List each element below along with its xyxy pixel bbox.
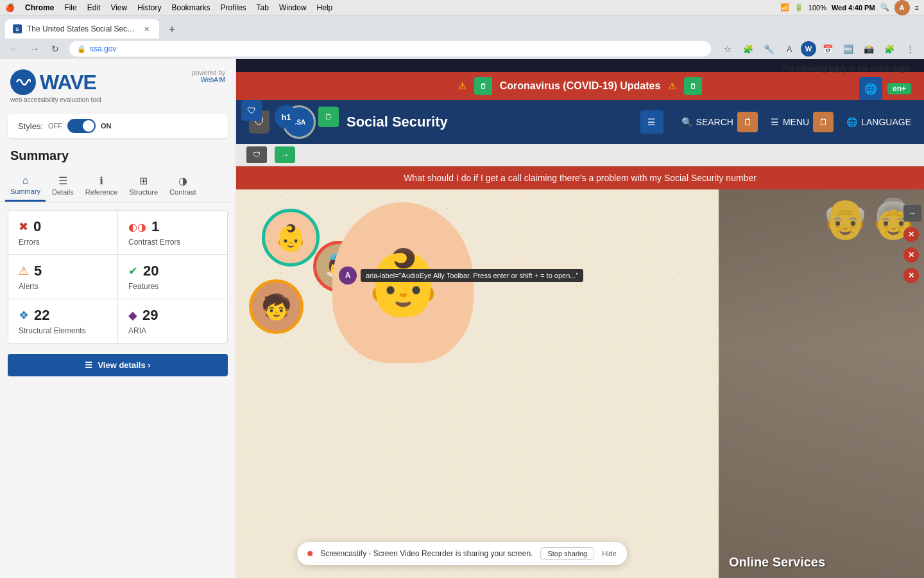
globe-badge: 🌐 — [859, 77, 882, 100]
bookmark-star-button[interactable]: ☆ — [719, 40, 737, 58]
menu-edit[interactable]: Edit — [87, 3, 101, 12]
menu-label: MENU — [783, 117, 809, 127]
menu-icon: ☰ — [771, 117, 779, 127]
online-services-label: Online Services — [729, 555, 825, 570]
translate-extension-button[interactable]: 🔤 — [839, 40, 857, 58]
language-globe-icon: 🌐 — [846, 117, 857, 127]
menu-profiles[interactable]: Profiles — [221, 3, 246, 12]
menu-tab[interactable]: Tab — [257, 3, 269, 12]
menu-view[interactable]: View — [110, 3, 127, 12]
tab-contrast[interactable]: ◑ Contrast — [164, 171, 201, 202]
stat-features-header: ✔ 20 — [128, 263, 217, 279]
more-button[interactable]: ⋮ — [901, 40, 919, 58]
menu-bookmarks[interactable]: Bookmarks — [172, 3, 210, 12]
webaim-link[interactable]: WebAIM — [201, 76, 225, 83]
recording-dot — [307, 551, 312, 556]
stat-contrast-header: ◐◑ 1 — [128, 218, 217, 235]
styles-bar: Styles: OFF ON — [8, 114, 228, 138]
styles-label: Styles: — [18, 121, 43, 131]
aria-count: 29 — [142, 307, 158, 324]
active-tab[interactable]: S The United States Social Secu... ✕ — [5, 19, 159, 39]
tab-reference[interactable]: ℹ Reference — [80, 171, 123, 202]
view-details-icon: ☰ — [85, 360, 92, 370]
screenshot-extension-button[interactable]: 📸 — [860, 40, 878, 58]
extension-puzzle-button[interactable]: 🧩 — [739, 40, 757, 58]
app-name[interactable]: Chrome — [25, 3, 54, 12]
wave-extension-button[interactable]: W — [801, 41, 816, 57]
error-label: Errors — [19, 238, 107, 247]
stop-sharing-button[interactable]: Stop sharing — [540, 547, 594, 560]
browser-chrome: S The United States Social Secu... ✕ + ←… — [0, 15, 924, 59]
ssa-title: Social Security — [346, 114, 448, 130]
wave-right-badges: → ✕ ✕ ✕ — [901, 202, 924, 286]
url-text: ssa.gov — [90, 44, 116, 53]
styles-off-label: OFF — [48, 122, 62, 130]
refresh-button[interactable]: ↻ — [46, 40, 64, 58]
puzzle-extension-button[interactable]: 🧩 — [880, 40, 898, 58]
wave-x-badge2: ✕ — [903, 247, 919, 263]
nav-search[interactable]: 🔍 SEARCH 🗒 — [681, 112, 758, 132]
battery-pct: 100% — [809, 4, 826, 12]
stat-features: ✔ 20 Features — [118, 255, 227, 299]
extension-2-button[interactable]: 🔧 — [760, 40, 778, 58]
aria-label-icon: A — [339, 267, 357, 285]
covid-alert-triangle-left: ⚠ — [458, 81, 466, 91]
tab-details[interactable]: ☰ Details — [47, 171, 79, 202]
wave-icon — [10, 69, 36, 95]
main-layout: WAVE web accessibility evaluation tool p… — [0, 59, 924, 578]
nav-strip-arrow: → — [275, 146, 295, 163]
menu-history[interactable]: History — [137, 3, 161, 12]
extension-3-button[interactable]: A — [780, 40, 798, 58]
menu-help[interactable]: Help — [317, 3, 333, 12]
stat-errors: ✖ 0 Errors — [8, 211, 117, 254]
new-tab-button[interactable]: + — [163, 21, 181, 39]
wave-tabs: ⌂ Summary ☰ Details ℹ Reference ⊞ Struct… — [0, 171, 235, 202]
tab-summary[interactable]: ⌂ Summary — [5, 171, 46, 202]
tab-bar: S The United States Social Secu... ✕ + — [0, 15, 924, 39]
nav-bar-right: ☆ 🧩 🔧 A W 📅 🔤 📸 🧩 ⋮ — [719, 40, 919, 58]
tab-close-button[interactable]: ✕ — [141, 24, 151, 34]
alert-icon: ⚠ — [19, 264, 29, 278]
feature-label: Features — [128, 282, 217, 291]
search-icon[interactable]: 🔍 — [880, 3, 889, 12]
page-note-text: The following apply to the entire page: — [781, 64, 911, 73]
back-button[interactable]: ← — [5, 40, 23, 58]
menu-file[interactable]: File — [64, 3, 76, 12]
view-details-label: View details › — [98, 360, 150, 370]
ssa-nav: h1 🛡 SSA 🗒 Social Security ☰ 🔍 SEARCH 🗒 — [236, 100, 924, 144]
wave-logo: WAVE web accessibility evaluation tool — [10, 69, 101, 103]
control-center-icon[interactable]: ≡ — [915, 4, 919, 12]
forward-button[interactable]: → — [26, 40, 44, 58]
wave-subtitle: web accessibility evaluation tool — [10, 96, 101, 103]
contrast-error-icon: ◐◑ — [128, 221, 146, 233]
styles-toggle[interactable] — [67, 119, 96, 133]
nav-list-badge: ☰ — [640, 110, 663, 134]
h1-badge: h1 — [275, 105, 298, 128]
nav-strip-shield: 🛡 — [246, 146, 267, 163]
contrast-tab-icon: ◑ — [178, 175, 187, 187]
menu-wave-icon: 🗒 — [813, 112, 834, 132]
apple-menu[interactable]: 🍎 — [5, 3, 15, 12]
covid-wave-badge-right: 🗒 — [684, 77, 702, 95]
stat-contrast-errors: ◐◑ 1 Contrast Errors — [118, 211, 227, 254]
circle-photo-child1: 👶 — [262, 209, 320, 267]
tab-structure[interactable]: ⊞ Structure — [124, 171, 163, 202]
stat-structural: ❖ 22 Structural Elements — [8, 299, 117, 343]
screencastify-bar: Screencastify - Screen Video Recorder is… — [297, 542, 627, 565]
summary-title: Summary — [0, 143, 235, 171]
nav-menu[interactable]: ☰ MENU 🗒 — [771, 112, 834, 132]
address-bar[interactable]: 🔒 ssa.gov — [69, 41, 711, 57]
aria-tooltip: aria-label="AudioEye Ally Toolbar. Press… — [361, 269, 583, 282]
details-tab-icon: ☰ — [58, 175, 67, 187]
styles-on-label: ON — [101, 122, 112, 130]
nav-language[interactable]: 🌐 LANGUAGE — [846, 117, 911, 127]
calendar-extension-button[interactable]: 📅 — [819, 40, 837, 58]
language-label: LANGUAGE — [861, 117, 911, 127]
profile-avatar[interactable]: A — [894, 0, 910, 15]
wave-title: WAVE — [40, 71, 96, 94]
view-details-button[interactable]: ☰ View details › — [8, 354, 228, 376]
menu-window[interactable]: Window — [279, 3, 307, 12]
hide-button[interactable]: Hide — [602, 550, 617, 557]
tab-title: The United States Social Secu... — [27, 24, 136, 33]
stat-structural-header: ❖ 22 — [19, 307, 107, 324]
